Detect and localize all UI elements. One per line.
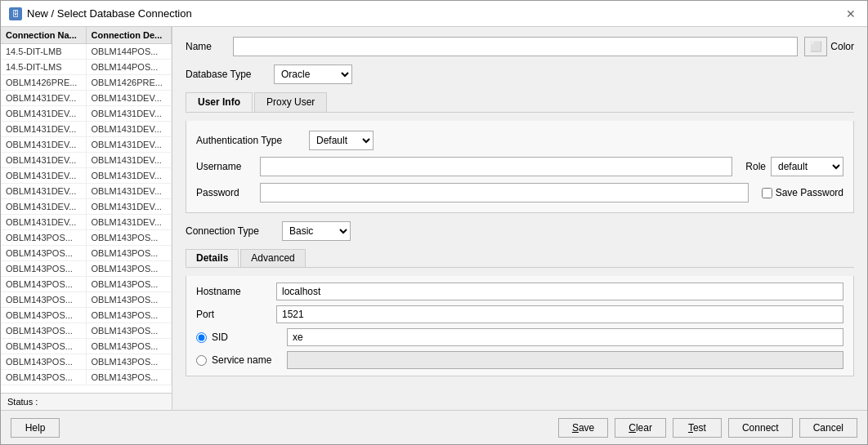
auth-type-select[interactable]: DefaultOSKerberosLDAP bbox=[309, 131, 374, 150]
role-group: Role defaultSYSDBASYSOPER bbox=[745, 157, 843, 176]
close-button[interactable]: ✕ bbox=[843, 6, 859, 22]
conn-type-label: Connection Type bbox=[186, 225, 275, 237]
save-password-label: Save Password bbox=[776, 187, 843, 198]
color-label: Color bbox=[830, 41, 854, 52]
db-type-select[interactable]: OracleMySQLPostgreSQLSQL Server bbox=[274, 65, 352, 84]
list-item[interactable]: OBLM1431DEV...OBLM1431DEV... bbox=[1, 91, 172, 106]
username-input[interactable] bbox=[260, 157, 732, 176]
service-name-input[interactable] bbox=[287, 351, 843, 369]
list-cell-desc: OBLM143POS... bbox=[87, 354, 172, 369]
port-row: Port bbox=[196, 305, 843, 323]
sid-row: SID bbox=[196, 328, 843, 346]
left-panel: Connection Na... Connection De... 14.5-D… bbox=[1, 27, 172, 410]
tab-user-info[interactable]: User Info bbox=[186, 92, 253, 112]
sid-input[interactable] bbox=[287, 328, 843, 346]
test-label: Test bbox=[688, 422, 706, 434]
list-item[interactable]: OBLM143POS...OBLM143POS... bbox=[1, 261, 172, 277]
list-item[interactable]: 14.5-DIT-LMSOBLM144POS... bbox=[1, 60, 172, 75]
help-label: Help bbox=[25, 422, 46, 434]
hostname-input[interactable] bbox=[276, 283, 843, 300]
list-item[interactable]: OBLM143POS...OBLM143POS... bbox=[1, 308, 172, 323]
sid-radio-group: SID bbox=[196, 332, 280, 343]
list-item[interactable]: OBLM1431DEV...OBLM1431DEV... bbox=[1, 168, 172, 184]
right-panel: Name ⬜ Color Database Type OracleMySQLPo… bbox=[172, 27, 867, 410]
image-button[interactable]: ⬜ bbox=[804, 37, 827, 56]
action-bar: Help Save Clear Test Connect Cancel bbox=[1, 410, 867, 444]
list-item[interactable]: OBLM143POS...OBLM143POS... bbox=[1, 323, 172, 339]
list-cell-desc: OBLM1431DEV... bbox=[87, 153, 172, 167]
list-item[interactable]: OBLM143POS...OBLM143POS... bbox=[1, 230, 172, 246]
tab-advanced[interactable]: Advanced bbox=[240, 249, 305, 267]
name-row: Name ⬜ Color bbox=[186, 37, 854, 56]
col2-header: Connection De... bbox=[87, 27, 172, 43]
list-cell-name: OBLM1426PRE... bbox=[1, 75, 87, 90]
help-button[interactable]: Help bbox=[11, 418, 60, 438]
list-cell-desc: OBLM143POS... bbox=[87, 339, 172, 354]
service-name-row: Service name bbox=[196, 351, 843, 369]
list-cell-name: OBLM143POS... bbox=[1, 261, 87, 276]
name-label: Name bbox=[186, 41, 226, 52]
list-cell-desc: OBLM1431DEV... bbox=[87, 184, 172, 198]
list-item[interactable]: OBLM143POS...OBLM143POS... bbox=[1, 246, 172, 261]
status-label: Status : bbox=[7, 397, 38, 407]
list-item[interactable]: 14.5-DIT-LMBOBLM144POS... bbox=[1, 44, 172, 60]
list-item[interactable]: OBLM1426PRE...OBLM1426PRE... bbox=[1, 75, 172, 91]
list-cell-name: OBLM1431DEV... bbox=[1, 153, 87, 167]
clear-button[interactable]: Clear bbox=[615, 418, 666, 438]
name-input[interactable] bbox=[233, 37, 798, 56]
db-icon: 🗄 bbox=[9, 7, 22, 20]
list-cell-name: 14.5-DIT-LMB bbox=[1, 44, 87, 59]
connect-button[interactable]: Connect bbox=[728, 418, 793, 438]
username-row: Username Role defaultSYSDBASYSOPER bbox=[196, 157, 843, 176]
color-btn-group: ⬜ Color bbox=[804, 37, 854, 56]
list-item[interactable]: OBLM1431DEV...OBLM1431DEV... bbox=[1, 184, 172, 199]
list-item[interactable]: OBLM1431DEV...OBLM1431DEV... bbox=[1, 199, 172, 215]
dialog: 🗄 New / Select Database Connection ✕ Con… bbox=[0, 0, 868, 445]
list-cell-name: OBLM1431DEV... bbox=[1, 137, 87, 152]
list-cell-name: OBLM1431DEV... bbox=[1, 199, 87, 214]
list-cell-desc: OBLM143POS... bbox=[87, 308, 172, 323]
list-cell-name: OBLM143POS... bbox=[1, 246, 87, 260]
list-cell-desc: OBLM143POS... bbox=[87, 323, 172, 338]
list-item[interactable]: OBLM143POS...OBLM143POS... bbox=[1, 370, 172, 385]
list-cell-desc: OBLM1431DEV... bbox=[87, 91, 172, 105]
list-cell-name: OBLM143POS... bbox=[1, 370, 87, 385]
list-cell-name: OBLM1431DEV... bbox=[1, 106, 87, 121]
sid-radio[interactable] bbox=[196, 332, 207, 343]
list-item[interactable]: OBLM1431DEV...OBLM1431DEV... bbox=[1, 122, 172, 137]
save-button[interactable]: Save bbox=[558, 418, 608, 438]
conn-type-select[interactable]: BasicTNSAdvancedLDAP bbox=[282, 221, 351, 241]
port-label: Port bbox=[196, 309, 270, 320]
test-button[interactable]: Test bbox=[673, 418, 722, 438]
list-item[interactable]: OBLM1431DEV...OBLM1431DEV... bbox=[1, 153, 172, 168]
list-cell-name: OBLM1431DEV... bbox=[1, 215, 87, 229]
list-item[interactable]: OBLM1431DEV...OBLM1431DEV... bbox=[1, 137, 172, 153]
hostname-row: Hostname bbox=[196, 283, 843, 300]
list-item[interactable]: OBLM1431DEV...OBLM1431DEV... bbox=[1, 215, 172, 230]
list-cell-desc: OBLM143POS... bbox=[87, 277, 172, 291]
conn-type-row: Connection Type BasicTNSAdvancedLDAP bbox=[186, 221, 854, 241]
cancel-label: Cancel bbox=[813, 422, 843, 434]
list-item[interactable]: OBLM143POS...OBLM143POS... bbox=[1, 339, 172, 354]
list-cell-desc: OBLM1431DEV... bbox=[87, 137, 172, 152]
list-item[interactable]: OBLM143POS...OBLM143POS... bbox=[1, 354, 172, 370]
list-cell-desc: OBLM144POS... bbox=[87, 44, 172, 59]
list-item[interactable]: OBLM1431DEV...OBLM1431DEV... bbox=[1, 106, 172, 122]
password-label: Password bbox=[196, 187, 253, 198]
tab-details[interactable]: Details bbox=[186, 249, 239, 267]
list-item[interactable]: OBLM143POS...OBLM143POS... bbox=[1, 277, 172, 292]
port-input[interactable] bbox=[276, 305, 843, 323]
db-type-row: Database Type OracleMySQLPostgreSQLSQL S… bbox=[186, 65, 854, 84]
role-select[interactable]: defaultSYSDBASYSOPER bbox=[771, 157, 843, 176]
list-item[interactable]: OBLM143POS...OBLM143POS... bbox=[1, 292, 172, 308]
service-radio[interactable] bbox=[196, 355, 207, 366]
list-cell-name: OBLM143POS... bbox=[1, 354, 87, 369]
list-cell-desc: OBLM143POS... bbox=[87, 292, 172, 307]
list-header: Connection Na... Connection De... bbox=[1, 27, 172, 44]
tab-proxy-user[interactable]: Proxy User bbox=[254, 92, 327, 112]
password-input[interactable] bbox=[260, 183, 749, 202]
save-password-checkbox[interactable] bbox=[762, 188, 772, 198]
hostname-label: Hostname bbox=[196, 286, 270, 297]
cancel-button[interactable]: Cancel bbox=[799, 418, 857, 438]
list-cell-name: OBLM143POS... bbox=[1, 292, 87, 307]
